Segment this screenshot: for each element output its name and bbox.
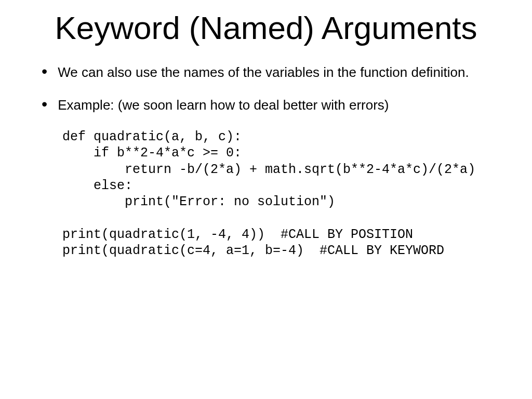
slide-title: Keyword (Named) Arguments [0,10,532,46]
bullet-icon: • [42,96,47,112]
bullet-text: Example: (we soon learn how to deal bett… [58,97,389,114]
bullet-text: We can also use the names of the variabl… [58,64,469,81]
bullet-item: • Example: (we soon learn how to deal be… [42,97,496,114]
bullet-list: • We can also use the names of the varia… [42,64,496,113]
bullet-icon: • [42,63,47,79]
slide-container: Keyword (Named) Arguments • We can also … [0,10,532,399]
code-block: def quadratic(a, b, c): if b**2-4*a*c >=… [62,129,532,259]
bullet-item: • We can also use the names of the varia… [42,64,496,81]
